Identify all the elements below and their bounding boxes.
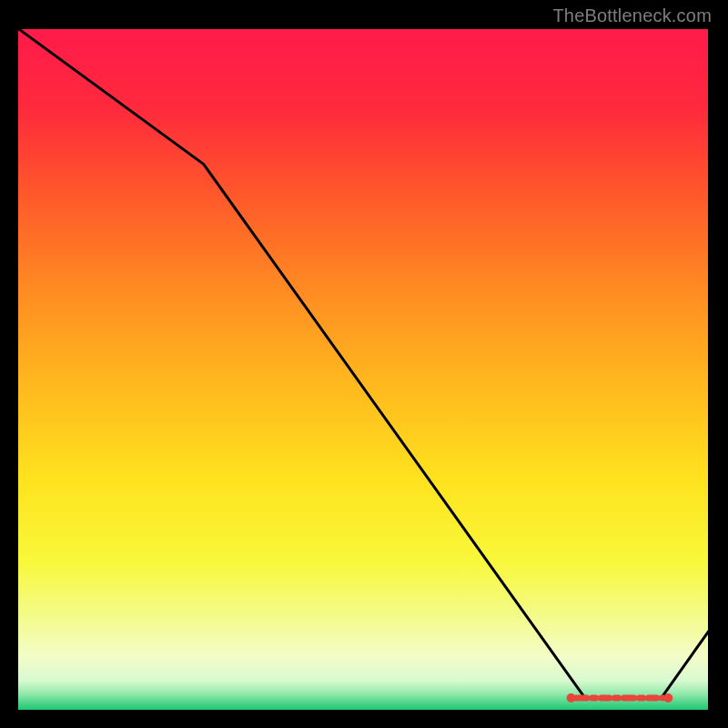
chart-background — [16, 27, 710, 712]
chart-container — [16, 27, 710, 712]
bottleneck-chart — [16, 27, 710, 712]
attribution-text: TheBottleneck.com — [552, 5, 712, 26]
